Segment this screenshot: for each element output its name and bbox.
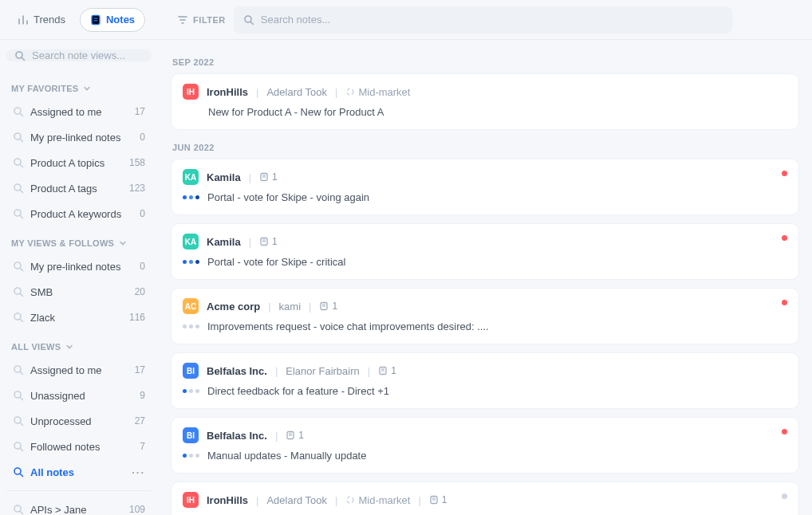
sidebar-item-product-a-topics[interactable]: Product A topics 158 [6,151,152,175]
sidebar-item-count: 0 [140,261,145,272]
note-card[interactable]: BI Belfalas Inc. | Elanor Fairbairn | 1 [171,352,799,409]
sidebar-item-count: 17 [135,106,145,117]
attachment-count: 1 [391,365,396,376]
section-all-views: All Views Assigned to me 17 Unassigned 9 [6,339,152,515]
sidebar-item-label: Assigned to me [30,364,128,376]
section-title: My Favorites [11,84,78,93]
note-icon [319,301,329,311]
attachment-chip: 1 [378,365,396,376]
sidebar-item-assigned-2[interactable]: Assigned to me 17 [6,358,152,382]
priority-dots [183,260,199,264]
status-dot [782,235,787,241]
tab-trends[interactable]: Trends [8,8,75,32]
avatar: BI [183,427,199,443]
sidebar-item-count: 9 [140,390,145,401]
attachment-chip: 1 [259,236,278,247]
note-meta: Belfalas Inc. | Elanor Fairbairn | 1 [207,365,396,377]
filter-label: FILTER [193,15,226,25]
note-card[interactable]: IH IronHills | Adelard Took | Mid-market… [171,482,799,515]
sidebar-item-prelinked[interactable]: My pre-linked notes 0 [6,125,152,149]
attachment-chip: 1 [429,494,447,505]
chevron-down-icon [83,85,91,92]
magnifier-icon [13,261,24,272]
divider [6,490,152,491]
sidebar-item-apis-jane[interactable]: APIs > Jane 109 [6,497,152,515]
magnifier-icon [13,183,24,194]
section-title: All Views [11,342,61,352]
magnifier-icon [13,106,24,117]
note-icon [286,430,295,440]
svg-point-3 [14,108,21,114]
status-dot [782,493,787,499]
sidebar-item-count: 17 [135,364,145,375]
magnifier-icon [13,390,24,401]
group-label: Jun 2022 [171,138,799,159]
sidebar-item-all-notes[interactable]: All notes ··· [6,460,152,484]
note-author: Adelard Took [266,494,327,506]
notes-feed: Sep 2022 IH IronHills | Adelard Took | M… [158,40,812,515]
priority-dots [183,454,199,458]
search-notes[interactable] [234,6,732,33]
sidebar-item-label: My pre-linked notes [30,132,133,143]
more-icon[interactable]: ··· [132,466,145,478]
note-company: Kamila [207,236,241,248]
topbar: Trends Notes FILTER [0,0,812,40]
note-card[interactable]: KA Kamila | 1 Portal - vote for Skipe - … [171,159,799,215]
section-views-follows-header[interactable]: My Views & Follows [6,235,152,254]
search-views-input[interactable] [32,49,166,61]
note-meta: Kamila | 1 [207,236,278,248]
section-views-follows: My Views & Follows My pre-linked notes 0… [6,235,152,329]
sidebar-item-unprocessed[interactable]: Unprocessed 27 [6,409,152,433]
svg-point-11 [14,366,21,372]
svg-point-16 [14,505,21,512]
search-icon [243,14,254,26]
search-views[interactable] [6,49,152,61]
sidebar-item-count: 27 [135,415,145,427]
sidebar-item-zlack[interactable]: Zlack 116 [6,305,152,329]
loading-icon [345,495,355,505]
sidebar-item-smb[interactable]: SMB 20 [6,280,152,304]
segment-label: Mid-market [358,86,410,98]
status-dot [782,429,787,434]
note-icon [259,237,269,246]
note-card[interactable]: KA Kamila | 1 Portal - vote for Skipe - … [171,223,799,280]
sidebar-item-product-a-tags[interactable]: Product A tags 123 [6,176,152,200]
sidebar-item-followed[interactable]: Followed notes 7 [6,434,152,458]
note-company: Belfalas Inc. [207,365,267,377]
svg-point-15 [14,468,21,474]
sidebar-item-unassigned[interactable]: Unassigned 9 [6,383,152,407]
filter-button[interactable]: FILTER [177,14,226,26]
sidebar-item-assigned-to-me[interactable]: Assigned to me 17 [6,100,152,124]
attachment-count: 1 [332,301,337,312]
segment-label: Mid-market [358,494,410,506]
search-notes-input[interactable] [261,14,723,26]
sidebar-item-label: Zlack [30,312,123,324]
sidebar-item-count: 7 [140,441,145,452]
note-card[interactable]: AC Acme corp | kami | 1 Improvements [171,288,799,344]
sidebar-item-prelinked-2[interactable]: My pre-linked notes 0 [6,254,152,278]
priority-dots [183,389,199,393]
sidebar-item-product-a-keywords[interactable]: Product A keywords 0 [6,202,152,226]
note-meta: IronHills | Adelard Took | Mid-market [207,86,410,98]
sidebar-item-label: APIs > Jane [30,504,123,516]
note-company: IronHills [207,86,248,98]
top-tabs: Trends Notes [8,8,145,32]
sidebar-item-count: 0 [140,132,145,143]
bar-chart-icon [18,14,29,26]
magnifier-icon [13,466,24,478]
sidebar-item-label: Assigned to me [30,106,128,118]
note-card[interactable]: BI Belfalas Inc. | 1 Manual updates - Ma… [171,417,799,474]
section-favorites-header[interactable]: My Favorites [6,81,152,100]
note-meta: Belfalas Inc. | 1 [207,430,304,442]
section-all-views-header[interactable]: All Views [6,339,152,358]
note-card[interactable]: IH IronHills | Adelard Took | Mid-market [171,73,799,130]
tab-notes[interactable]: Notes [80,8,145,32]
magnifier-icon [13,364,24,375]
sidebar-item-label: Unassigned [30,390,133,402]
sidebar-item-count: 158 [129,157,145,168]
svg-point-10 [14,313,21,320]
magnifier-icon [13,441,24,452]
attachment-count: 1 [298,430,304,441]
sidebar-item-label: Product A keywords [30,208,133,220]
note-author: kami [279,301,301,313]
